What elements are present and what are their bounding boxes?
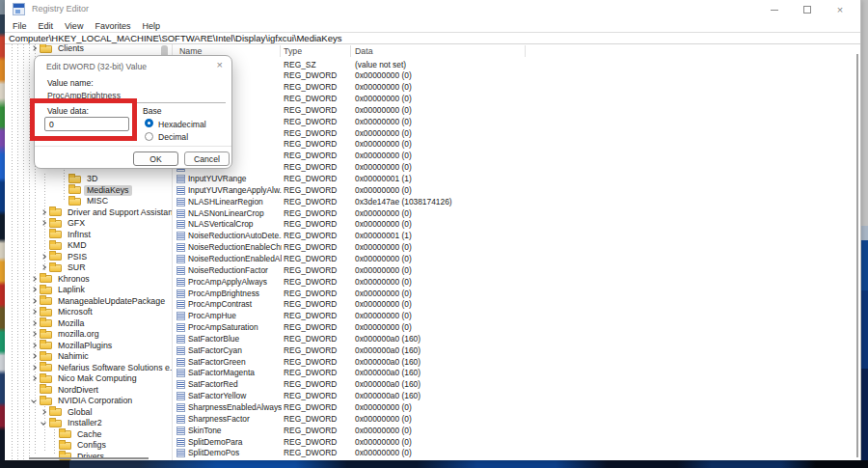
value-row-inputyuvrange[interactable]: InputYUVRangeREG_DWORD0x00000001 (1)	[173, 174, 861, 184]
value-row[interactable]: REG_DWORD0x00000000 (0)	[173, 94, 861, 104]
value-row-inputyuvrangeapplyalw-[interactable]: InputYUVRangeApplyAlw...REG_DWORD0x00000…	[173, 185, 861, 196]
value-row-procampcontrast[interactable]: ProcAmpContrastREG_DWORD0x00000000 (0)	[173, 299, 861, 310]
tree-item-misc[interactable]: MISC	[59, 196, 111, 206]
value-row-satfactormagenta[interactable]: SatFactorMagentaREG_DWORD0x000000a0 (160…	[173, 368, 861, 378]
decimal-radio[interactable]	[145, 132, 153, 141]
value-row[interactable]: REG_DWORD0x00000000 (0)	[173, 139, 861, 150]
column-separator[interactable]	[525, 45, 526, 57]
tree-item-khronos[interactable]: Khronos	[30, 274, 93, 285]
value-row[interactable]: REG_DWORD0x00000000 (0)	[173, 105, 861, 116]
close-button[interactable]: ×	[824, 1, 856, 18]
menu-file[interactable]: File	[5, 21, 33, 31]
tree-item-sur[interactable]: SUR	[40, 262, 89, 273]
cancel-button[interactable]: Cancel	[184, 151, 230, 166]
chevron-right-icon[interactable]	[30, 286, 39, 294]
ok-button[interactable]: OK	[133, 151, 178, 166]
tree-item-psis[interactable]: PSIS	[40, 252, 90, 262]
tree-item-mozilla[interactable]: Mozilla	[30, 318, 87, 329]
dialog-close-icon[interactable]: ×	[217, 59, 223, 70]
list-vertical-scrollbar[interactable]	[856, 54, 858, 457]
tree-item-manageableupdatepackage[interactable]: ManageableUpdatePackage	[30, 296, 168, 307]
chevron-right-icon[interactable]	[30, 342, 39, 350]
value-row[interactable]: REG_SZ(value not set)	[173, 60, 861, 70]
value-row[interactable]: REG_DWORD0x00000000 (0)	[173, 117, 861, 127]
value-row-procamphue[interactable]: ProcAmpHueREG_DWORD0x00000000 (0)	[173, 311, 861, 321]
value-row-splitdemopara[interactable]: SplitDemoParaREG_DWORD0x00000000 (0)	[173, 437, 861, 448]
chevron-right-icon[interactable]	[30, 364, 39, 372]
value-row-noisereductionenabledal-[interactable]: NoiseReductionEnabledAl...REG_DWORD0x000…	[173, 254, 861, 264]
tree-item-microsoft[interactable]: Microsoft	[30, 307, 95, 317]
value-row-satfactorgreen[interactable]: SatFactorGreenREG_DWORD0x000000a0 (160)	[173, 357, 861, 368]
value-row-satfactoryellow[interactable]: SatFactorYellowREG_DWORD0x000000a0 (160)	[173, 391, 861, 401]
tree-item-norddivert[interactable]: NordDivert	[30, 385, 101, 396]
tree-item-installer2[interactable]: Installer2	[40, 418, 105, 428]
value-row[interactable]: REG_DWORD0x00000000 (0)	[173, 128, 861, 139]
menu-help[interactable]: Help	[136, 21, 166, 31]
chevron-right-icon[interactable]	[30, 44, 39, 53]
tree-item-laplink[interactable]: Laplink	[30, 285, 88, 295]
value-row-satfactorred[interactable]: SatFactorRedREG_DWORD0x000000a0 (160)	[173, 379, 861, 390]
chevron-right-icon[interactable]	[40, 253, 48, 262]
chevron-right-icon[interactable]	[30, 275, 39, 284]
chevron-right-icon[interactable]	[30, 352, 39, 361]
tree-horizontal-scrollbar[interactable]	[29, 457, 149, 459]
tree-item-driver-and-support-assistant[interactable]: Driver and Support Assistant	[40, 207, 172, 218]
column-header-data[interactable]: Data	[355, 46, 373, 56]
value-row-satfactorcyan[interactable]: SatFactorCyanREG_DWORD0x000000a0 (160)	[173, 345, 861, 356]
tree-item-nahimic[interactable]: Nahimic	[30, 351, 92, 362]
value-row-nlasnonlinearcrop[interactable]: NLASNonLinearCropREG_DWORD0x00000000 (0)	[173, 208, 861, 219]
address-bar[interactable]: Computer\HKEY_LOCAL_MACHINE\SOFTWARE\Int…	[5, 32, 860, 44]
tree-item-kmd[interactable]: KMD	[40, 240, 90, 251]
column-separator[interactable]	[280, 45, 281, 57]
value-row[interactable]: REG_DWORD0x00000000 (0)	[173, 162, 861, 173]
maximize-button[interactable]	[791, 1, 824, 18]
value-row-procampsaturation[interactable]: ProcAmpSaturationREG_DWORD0x00000000 (0)	[173, 322, 861, 333]
value-row-noisereductionenablechr-[interactable]: NoiseReductionEnableChr...REG_DWORD0x000…	[173, 242, 861, 253]
tree-item-clients[interactable]: Clients	[30, 44, 87, 54]
chevron-right-icon[interactable]	[30, 297, 39, 306]
tree-item-mozillaplugins[interactable]: MozillaPlugins	[30, 341, 115, 351]
chevron-right-icon[interactable]	[40, 208, 48, 217]
value-row-procampbrightness[interactable]: ProcAmpBrightnessREG_DWORD0x00000000 (0)	[173, 289, 861, 299]
value-row-skintone[interactable]: SkinToneREG_DWORD0x00000000 (0)	[173, 426, 861, 436]
tree-item-nico-mak-computing[interactable]: Nico Mak Computing	[30, 373, 140, 384]
value-row[interactable]: REG_DWORD0x00000000 (0)	[173, 82, 861, 93]
hexadecimal-radio-label[interactable]: Hexadecimal	[158, 120, 206, 129]
value-row-splitdemopos[interactable]: SplitDemoPosREG_DWORD0x00000000 (0)	[173, 448, 861, 458]
tree-item-infinst[interactable]: InfInst	[40, 230, 94, 240]
chevron-right-icon[interactable]	[40, 219, 48, 228]
tree-item-gfx[interactable]: GFX	[40, 218, 88, 229]
tree-item-3d[interactable]: 3D	[59, 174, 100, 184]
value-row[interactable]: REG_DWORD0x00000000 (0)	[173, 70, 861, 81]
tree-item-configs[interactable]: Configs	[49, 440, 109, 451]
tree-item-mozilla-org[interactable]: mozilla.org	[30, 329, 102, 340]
value-row-noisereductionautodete-[interactable]: NoiseReductionAutoDete...REG_DWORD0x0000…	[173, 231, 861, 241]
decimal-radio-label[interactable]: Decimal	[158, 132, 188, 142]
menu-view[interactable]: View	[59, 21, 89, 31]
column-separator[interactable]	[350, 45, 351, 57]
hexadecimal-radio[interactable]	[145, 119, 153, 127]
value-row-sharpnessenabledalways[interactable]: SharpnessEnabledAlwaysREG_DWORD0x0000000…	[173, 402, 861, 413]
chevron-down-icon[interactable]	[40, 419, 48, 427]
value-row-procampapplyalways[interactable]: ProcAmpApplyAlwaysREG_DWORD0x00000000 (0…	[173, 277, 861, 288]
tree-item-nefarius-software-solutions-e-u[interactable]: Nefarius Software Solutions e.U	[30, 363, 172, 373]
tree-item-nvidia-corporation[interactable]: NVIDIA Corporation	[30, 396, 135, 406]
chevron-down-icon[interactable]	[30, 397, 39, 405]
value-row-sharpnessfactor[interactable]: SharpnessFactorREG_DWORD0x00000000 (0)	[173, 414, 861, 425]
chevron-right-icon[interactable]	[30, 330, 39, 339]
tree-item-cache[interactable]: Cache	[49, 429, 104, 440]
column-header-type[interactable]: Type	[284, 46, 302, 56]
chevron-right-icon[interactable]	[40, 263, 48, 272]
chevron-right-icon[interactable]	[30, 308, 39, 317]
minimize-button[interactable]	[758, 1, 791, 18]
value-row-nlashlinearregion[interactable]: NLASHLinearRegionREG_DWORD0x3de147ae (10…	[173, 197, 861, 207]
tree-item-mediakeys[interactable]: MediaKeys	[59, 185, 132, 196]
value-row-nlasverticalcrop[interactable]: NLASVerticalCropREG_DWORD0x00000000 (0)	[173, 219, 861, 230]
menu-favorites[interactable]: Favorites	[89, 21, 136, 31]
chevron-right-icon[interactable]	[40, 408, 48, 417]
value-row-noisereductionfactor[interactable]: NoiseReductionFactorREG_DWORD0x00000000 …	[173, 265, 861, 276]
chevron-right-icon[interactable]	[30, 374, 39, 383]
value-row[interactable]: REG_DWORD0x00000000 (0)	[173, 151, 861, 161]
value-row-satfactorblue[interactable]: SatFactorBlueREG_DWORD0x000000a0 (160)	[173, 334, 861, 344]
chevron-right-icon[interactable]	[30, 319, 39, 328]
